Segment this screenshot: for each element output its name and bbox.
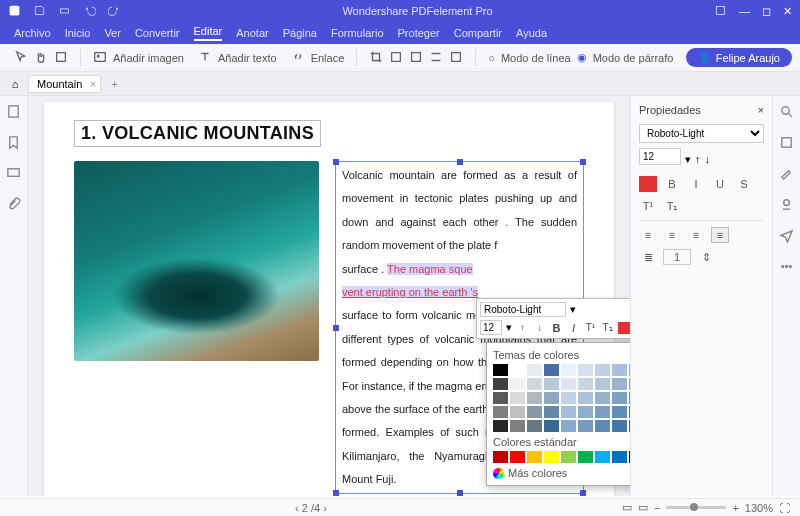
next-page-icon[interactable]: › <box>323 502 327 514</box>
menu-ayuda[interactable]: Ayuda <box>516 27 547 39</box>
font-dropdown-icon[interactable]: ▾ <box>570 303 576 316</box>
superscript-button[interactable]: T¹ <box>584 321 597 334</box>
page-heading[interactable]: 1. VOLCANIC MOUNTAINS <box>74 120 321 147</box>
thumbnails-icon[interactable] <box>6 104 21 121</box>
prop-color-swatch[interactable] <box>639 176 657 192</box>
color-swatch[interactable] <box>629 364 630 376</box>
document-image[interactable] <box>74 161 319 361</box>
zoom-slider[interactable] <box>666 506 726 509</box>
subscript-button[interactable]: T₁ <box>601 321 614 334</box>
fullscreen-icon[interactable]: ⛶ <box>779 502 790 514</box>
font-color-swatch[interactable] <box>618 322 630 334</box>
print-icon[interactable] <box>58 4 71 19</box>
menu-inicio[interactable]: Inicio <box>65 27 91 39</box>
color-swatch[interactable] <box>578 378 593 390</box>
italic-button[interactable]: I <box>567 321 580 334</box>
color-swatch[interactable] <box>510 451 525 463</box>
watermark-icon[interactable] <box>389 50 403 66</box>
prev-page-icon[interactable]: ‹ <box>295 502 299 514</box>
menu-compartir[interactable]: Compartir <box>454 27 502 39</box>
size-dropdown-icon[interactable]: ▾ <box>506 321 512 334</box>
decrease-size-icon[interactable]: ↓ <box>533 321 546 334</box>
prop-size-input[interactable] <box>639 148 681 165</box>
increase-icon[interactable]: ↑ <box>695 153 701 165</box>
menu-ver[interactable]: Ver <box>104 27 121 39</box>
fit-width-icon[interactable]: ▭ <box>638 501 648 514</box>
superscript-button[interactable]: T¹ <box>639 198 657 214</box>
color-swatch[interactable] <box>595 420 610 432</box>
add-text-button[interactable]: Añadir texto <box>218 52 277 64</box>
color-swatch[interactable] <box>578 406 593 418</box>
color-swatch[interactable] <box>544 364 559 376</box>
color-swatch[interactable] <box>561 406 576 418</box>
add-image-button[interactable]: Añadir imagen <box>113 52 184 64</box>
color-swatch[interactable] <box>493 364 508 376</box>
menu-proteger[interactable]: Proteger <box>398 27 440 39</box>
color-swatch[interactable] <box>527 420 542 432</box>
font-select[interactable] <box>480 302 566 317</box>
page-number[interactable]: 2 <box>302 502 308 514</box>
color-swatch[interactable] <box>527 364 542 376</box>
color-swatch[interactable] <box>612 420 627 432</box>
bold-button[interactable]: B <box>663 176 681 192</box>
color-swatch[interactable] <box>629 378 630 390</box>
color-swatch[interactable] <box>612 378 627 390</box>
align-right-icon[interactable]: ≡ <box>687 227 705 243</box>
color-swatch[interactable] <box>493 451 508 463</box>
color-swatch[interactable] <box>561 364 576 376</box>
prop-font-select[interactable]: Roboto-Light <box>639 124 764 143</box>
more-icon[interactable] <box>779 259 794 276</box>
color-swatch[interactable] <box>629 406 630 418</box>
home-tab-icon[interactable]: ⌂ <box>6 78 24 90</box>
underline-button[interactable]: U <box>711 176 729 192</box>
mode-line-radio[interactable]: ○ <box>488 52 495 64</box>
color-swatch[interactable] <box>595 364 610 376</box>
color-swatch[interactable] <box>493 406 508 418</box>
color-swatch[interactable] <box>527 406 542 418</box>
menu-archivo[interactable]: Archivo <box>14 27 51 39</box>
minimize-icon[interactable]: — <box>739 5 750 17</box>
color-swatch[interactable] <box>578 364 593 376</box>
color-swatch[interactable] <box>493 378 508 390</box>
link-icon[interactable] <box>291 50 305 66</box>
color-swatch[interactable] <box>595 406 610 418</box>
color-swatch[interactable] <box>493 420 508 432</box>
crop-icon[interactable] <box>369 50 383 66</box>
color-swatch[interactable] <box>595 392 610 404</box>
highlight-icon[interactable] <box>779 166 794 183</box>
menu-convertir[interactable]: Convertir <box>135 27 180 39</box>
sticky-note-icon[interactable] <box>779 135 794 152</box>
mode-para-radio[interactable]: ◉ <box>577 51 587 64</box>
selected-text[interactable]: The magma sque <box>387 263 473 275</box>
color-swatch[interactable] <box>612 406 627 418</box>
list-icon[interactable]: ≣ <box>639 249 657 265</box>
color-swatch[interactable] <box>544 451 559 463</box>
spacing-unit-icon[interactable]: ⇕ <box>697 249 715 265</box>
send-icon[interactable] <box>779 228 794 245</box>
color-swatch[interactable] <box>612 392 627 404</box>
selected-text[interactable]: vent erupting on the earth 's <box>342 286 478 298</box>
menu-anotar[interactable]: Anotar <box>236 27 268 39</box>
stamp-icon[interactable] <box>779 197 794 214</box>
color-swatch[interactable] <box>561 392 576 404</box>
more-colors-button[interactable]: Más colores <box>493 467 630 479</box>
strike-button[interactable]: S <box>735 176 753 192</box>
new-tab-icon[interactable]: + <box>105 78 123 90</box>
add-text-icon[interactable] <box>198 50 212 66</box>
bookmarks-icon[interactable] <box>6 135 21 152</box>
paragraph-text[interactable]: surface . <box>342 263 387 275</box>
color-swatch[interactable] <box>561 451 576 463</box>
color-swatch[interactable] <box>544 420 559 432</box>
hand-icon[interactable] <box>34 50 48 66</box>
save-icon[interactable] <box>33 4 46 19</box>
color-swatch[interactable] <box>629 392 630 404</box>
align-justify-icon[interactable]: ≡ <box>711 227 729 243</box>
color-swatch[interactable] <box>578 392 593 404</box>
color-swatch[interactable] <box>612 451 627 463</box>
align-left-icon[interactable]: ≡ <box>639 227 657 243</box>
color-swatch[interactable] <box>595 378 610 390</box>
color-swatch[interactable] <box>527 392 542 404</box>
color-swatch[interactable] <box>510 420 525 432</box>
font-size-input[interactable] <box>480 320 502 335</box>
annotations-icon[interactable] <box>6 166 21 183</box>
